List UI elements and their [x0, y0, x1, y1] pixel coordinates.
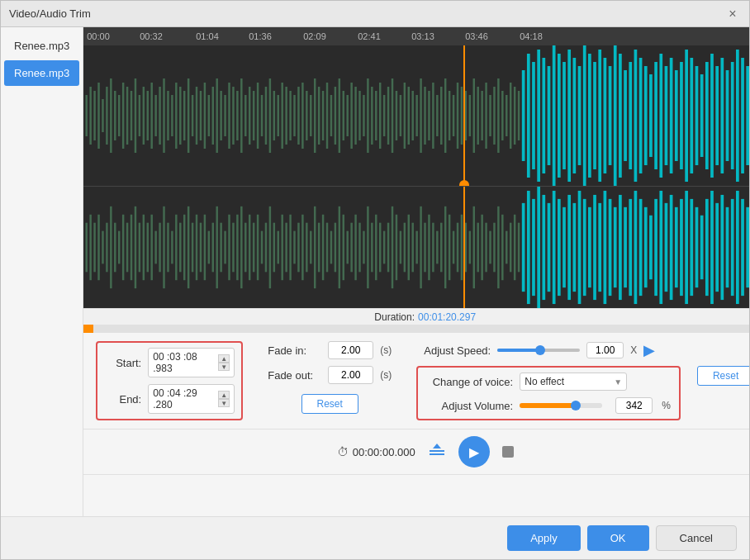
volume-label: Adjust Volume:: [426, 400, 513, 412]
svg-rect-239: [428, 215, 430, 280]
speed-play-icon[interactable]: ▶: [643, 341, 655, 359]
svg-rect-261: [518, 223, 520, 273]
svg-rect-221: [355, 215, 357, 280]
svg-rect-231: [396, 215, 397, 280]
playhead[interactable]: [463, 45, 465, 186]
svg-rect-197: [257, 215, 259, 280]
scroll-area[interactable]: [83, 325, 749, 333]
fade-out-input[interactable]: [328, 366, 373, 384]
svg-rect-287: [649, 216, 653, 279]
svg-rect-235: [412, 223, 414, 273]
waveform-bottom-svg: [83, 187, 749, 308]
svg-rect-144: [710, 54, 714, 178]
svg-rect-106: [518, 91, 520, 140]
svg-rect-36: [232, 87, 234, 145]
svg-rect-128: [629, 62, 633, 169]
svg-rect-72: [379, 83, 381, 149]
svg-rect-297: [700, 216, 704, 279]
svg-rect-233: [404, 223, 406, 273]
start-input[interactable]: 00 :03 :08 .983 ▲ ▼: [148, 348, 235, 377]
export-icon[interactable]: [428, 442, 446, 463]
svg-rect-263: [527, 191, 530, 304]
svg-rect-248: [465, 223, 467, 273]
svg-rect-21: [171, 95, 173, 136]
playhead-bottom[interactable]: [463, 187, 465, 308]
fade-in-input[interactable]: [328, 341, 373, 359]
content-area: Renee.mp3 Renee.mp3 00:00 00:32 01:04 01…: [1, 27, 749, 516]
sidebar-item-1[interactable]: Renee.mp3: [4, 60, 79, 86]
export-svg: [428, 442, 446, 458]
svg-rect-181: [192, 223, 193, 273]
volume-value-input[interactable]: [615, 397, 653, 414]
volume-pct-label: %: [662, 400, 671, 411]
timeline-mark-1: 00:32: [140, 31, 163, 41]
controls-row: Start: 00 :03 :08 .983 ▲ ▼: [96, 341, 749, 420]
voice-select[interactable]: No effect ▼: [520, 373, 627, 391]
speed-value-input[interactable]: [586, 342, 624, 358]
svg-rect-98: [486, 83, 487, 149]
svg-rect-10: [126, 87, 128, 145]
svg-rect-57: [318, 87, 320, 145]
start-spinners[interactable]: ▲ ▼: [218, 354, 230, 371]
titlebar: Video/Audio Trim ×: [1, 1, 749, 27]
svg-rect-256: [497, 206, 499, 288]
stop-button[interactable]: [502, 446, 514, 458]
svg-rect-114: [558, 54, 561, 178]
svg-rect-228: [383, 231, 385, 264]
volume-slider-track[interactable]: [520, 403, 602, 408]
svg-rect-22: [175, 83, 177, 149]
svg-rect-33: [221, 91, 222, 140]
svg-rect-267: [548, 203, 551, 292]
svg-rect-289: [660, 191, 663, 304]
time-reset-button[interactable]: Reset: [697, 366, 749, 386]
fade-reset-button[interactable]: Reset: [301, 394, 358, 414]
svg-rect-110: [538, 50, 541, 182]
timeline-mark-6: 03:13: [411, 31, 434, 41]
svg-rect-166: [131, 215, 132, 280]
ok-button[interactable]: OK: [587, 525, 649, 551]
speed-slider-thumb[interactable]: [535, 345, 545, 355]
svg-rect-255: [493, 223, 495, 273]
svg-rect-184: [204, 215, 206, 280]
svg-rect-182: [196, 215, 197, 280]
svg-rect-175: [167, 223, 169, 273]
apply-button[interactable]: Apply: [507, 525, 581, 551]
svg-rect-20: [167, 91, 169, 140]
svg-rect-46: [273, 91, 275, 140]
svg-rect-15: [147, 91, 149, 140]
cancel-button[interactable]: Cancel: [656, 525, 737, 551]
svg-rect-218: [343, 215, 344, 280]
end-spinners[interactable]: ▲ ▼: [218, 391, 230, 407]
svg-rect-265: [538, 187, 541, 308]
end-input[interactable]: 00 :04 :29 .280 ▲ ▼: [148, 384, 235, 414]
close-button[interactable]: ×: [724, 6, 741, 22]
start-up-btn[interactable]: ▲: [218, 354, 230, 363]
play-button[interactable]: ▶: [458, 436, 490, 467]
svg-rect-116: [568, 50, 572, 182]
voice-row: Change of voice: No effect ▼: [426, 373, 671, 391]
speed-slider-container[interactable]: [497, 344, 580, 356]
end-down-btn[interactable]: ▼: [218, 399, 230, 407]
start-down-btn[interactable]: ▼: [218, 363, 230, 371]
svg-rect-229: [387, 223, 389, 273]
sidebar-item-0[interactable]: Renee.mp3: [4, 33, 79, 59]
svg-rect-198: [261, 231, 263, 264]
svg-rect-250: [473, 206, 475, 288]
volume-slider-thumb[interactable]: [571, 401, 581, 411]
svg-rect-101: [497, 78, 499, 153]
svg-rect-90: [453, 95, 454, 136]
svg-rect-28: [200, 91, 202, 140]
svg-rect-125: [614, 45, 617, 186]
svg-rect-67: [359, 91, 361, 140]
svg-rect-103: [506, 95, 507, 136]
end-up-btn[interactable]: ▲: [218, 391, 230, 399]
svg-rect-302: [726, 207, 729, 287]
svg-rect-241: [436, 231, 438, 264]
svg-rect-262: [522, 203, 525, 292]
svg-rect-165: [126, 223, 128, 273]
svg-rect-7: [114, 91, 116, 140]
timeline-mark-0: 00:00: [87, 31, 110, 41]
svg-rect-61: [335, 87, 336, 145]
fade-in-label: Fade in:: [268, 344, 321, 357]
svg-rect-59: [326, 83, 328, 149]
